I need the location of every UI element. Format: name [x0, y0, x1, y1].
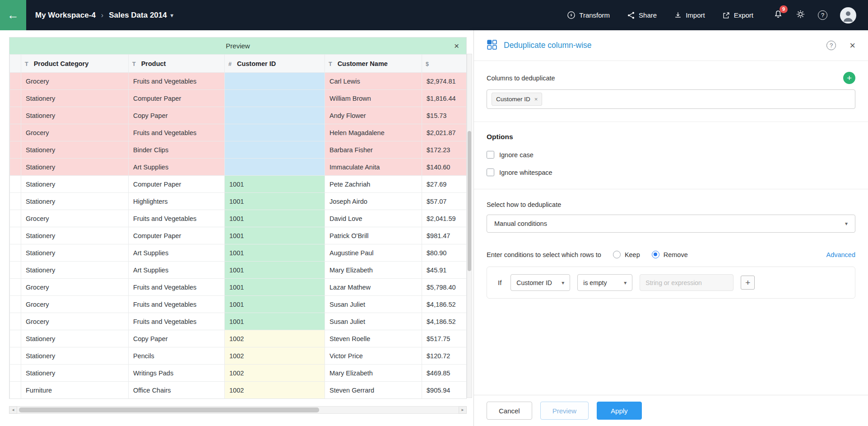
bell-icon	[773, 13, 783, 21]
preview-area: Preview × TProduct Category TProduct #Cu…	[0, 30, 473, 426]
workspace-name[interactable]: My Workspace-4	[35, 11, 96, 20]
cell-amount: $4,186.52	[422, 313, 467, 330]
cell-customer-name: Susan Juliet	[325, 313, 422, 330]
panel-footer: Cancel Preview Apply	[474, 395, 868, 426]
apply-button[interactable]: Apply	[597, 402, 642, 420]
table-row: StationeryCopy PaperAndy Flower$15.73	[10, 107, 467, 124]
vertical-scroll-thumb[interactable]	[468, 131, 471, 271]
export-label: Export	[734, 11, 753, 19]
row-handle	[10, 347, 21, 365]
cell-product-category: Stationery	[21, 244, 129, 262]
transform-icon	[567, 11, 576, 19]
scroll-right-arrow[interactable]: ►	[459, 406, 467, 414]
cell-customer-id: 1001	[225, 210, 325, 227]
if-label: If	[498, 279, 501, 286]
cell-customer-name: Immaculate Anita	[325, 159, 422, 176]
currency-type-icon: $	[426, 61, 429, 67]
dedupe-method-select[interactable]: Manual conditions ▾	[487, 215, 855, 233]
cell-customer-id: 1001	[225, 244, 325, 262]
cell-customer-name: Victor Price	[325, 347, 422, 365]
breadcrumb: My Workspace-4 › Sales Data 2014 ▾	[35, 11, 173, 20]
cancel-button[interactable]: Cancel	[487, 402, 532, 420]
chevron-down-icon: ▾	[845, 220, 848, 227]
row-handle	[10, 176, 21, 193]
export-button[interactable]: Export	[722, 11, 753, 19]
row-handle-header	[10, 55, 21, 73]
column-header-product[interactable]: TProduct	[129, 55, 225, 73]
cell-product: Fruits and Vegetables	[129, 279, 225, 296]
chevron-down-icon: ▾	[624, 280, 627, 286]
cell-product-category: Grocery	[21, 313, 129, 330]
ignore-case-checkbox[interactable]: Ignore case	[487, 151, 534, 159]
add-column-button[interactable]: +	[843, 72, 855, 84]
condition-operator-select[interactable]: is empty ▾	[577, 274, 632, 291]
table-row: StationeryCopy Paper1002Steven Roelle$51…	[10, 330, 467, 347]
settings-button[interactable]	[796, 9, 805, 21]
cell-customer-id: 1001	[225, 262, 325, 279]
chip-remove-icon[interactable]: ×	[534, 96, 538, 103]
help-button[interactable]: ?	[818, 10, 827, 20]
row-handle	[10, 313, 21, 330]
text-type-icon: T	[329, 61, 332, 67]
ignore-whitespace-checkbox[interactable]: Ignore whitespace	[487, 169, 552, 176]
chip-label: Customer ID	[496, 96, 530, 103]
back-button[interactable]: ←	[0, 0, 26, 30]
cell-customer-name: William Brown	[325, 90, 422, 107]
text-type-icon: T	[25, 61, 28, 67]
plus-icon: +	[745, 278, 750, 288]
cell-product-category: Stationery	[21, 262, 129, 279]
cell-amount: $4,186.52	[422, 296, 467, 313]
column-header-customer-id[interactable]: #Customer ID	[225, 55, 325, 73]
notification-badge: 9	[780, 5, 788, 13]
import-button[interactable]: Import	[674, 11, 705, 19]
horizontal-scroll-track[interactable]	[17, 406, 459, 414]
transform-button[interactable]: Transform	[567, 11, 610, 19]
cell-customer-id: 1001	[225, 279, 325, 296]
back-arrow-icon: ←	[7, 8, 19, 22]
cell-product-category: Stationery	[21, 227, 129, 244]
remove-radio[interactable]: Remove	[652, 251, 688, 258]
cell-amount: $27.69	[422, 176, 467, 193]
dedupe-method-value: Manual conditions	[494, 220, 547, 227]
cell-product-category: Stationery	[21, 193, 129, 210]
columns-chip-input[interactable]: Customer ID ×	[487, 89, 855, 109]
gear-icon	[796, 13, 805, 20]
cell-customer-name: Barbara Fisher	[325, 141, 422, 159]
column-header-amount[interactable]: $	[422, 55, 467, 73]
radio-icon	[613, 251, 621, 258]
condition-value-input[interactable]	[640, 274, 733, 291]
avatar[interactable]	[840, 7, 856, 23]
cell-customer-name: Andy Flower	[325, 107, 422, 124]
cell-product: Art Supplies	[129, 244, 225, 262]
topbar-icon-cluster: 9 ?	[773, 7, 856, 23]
advanced-link[interactable]: Advanced	[826, 251, 856, 258]
preview-button[interactable]: Preview	[540, 402, 589, 420]
cell-customer-id: 1002	[225, 365, 325, 382]
cell-customer-id: 1001	[225, 313, 325, 330]
table-row: StationeryComputer PaperWilliam Brown$1,…	[10, 90, 467, 107]
dataset-name[interactable]: Sales Data 2014 ▾	[109, 11, 173, 20]
share-button[interactable]: Share	[627, 11, 657, 19]
panel-help-button[interactable]: ?	[826, 41, 836, 50]
column-header-customer-name[interactable]: TCustomer Name	[325, 55, 422, 73]
cell-customer-id: 1001	[225, 176, 325, 193]
cell-product-category: Grocery	[21, 73, 129, 90]
row-handle	[10, 227, 21, 244]
cell-product: Fruits and Vegetables	[129, 313, 225, 330]
notifications-button[interactable]: 9	[773, 9, 783, 21]
keep-radio[interactable]: Keep	[613, 251, 640, 258]
horizontal-scroll-thumb[interactable]	[19, 407, 319, 412]
cell-product-category: Stationery	[21, 365, 129, 382]
panel-close-button[interactable]: ×	[849, 41, 855, 51]
preview-title: Preview	[226, 42, 250, 50]
cell-customer-id	[225, 107, 325, 124]
radio-label: Remove	[664, 251, 688, 258]
column-header-product-category[interactable]: TProduct Category	[21, 55, 129, 73]
add-condition-button[interactable]: +	[741, 276, 755, 290]
vertical-scrollbar[interactable]	[467, 54, 472, 398]
condition-column-select[interactable]: Customer ID ▾	[511, 274, 570, 291]
scroll-left-arrow[interactable]: ◄	[9, 406, 17, 414]
preview-panel: Preview × TProduct Category TProduct #Cu…	[9, 37, 467, 399]
preview-close-button[interactable]: ×	[454, 37, 459, 54]
table-row: StationeryComputer Paper1001Pete Zachria…	[10, 176, 467, 193]
